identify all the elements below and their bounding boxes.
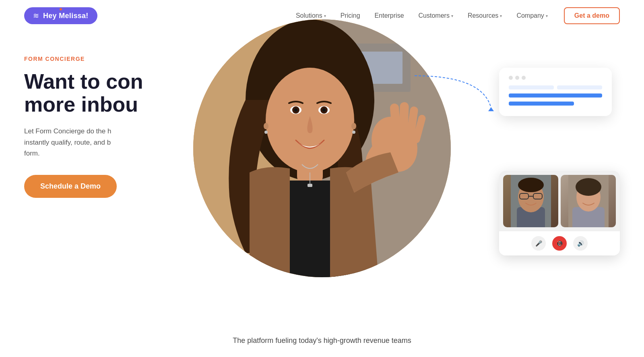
hero-subtext-line2: instantly qualify, route, and b bbox=[24, 139, 111, 146]
person2-avatar bbox=[568, 175, 609, 227]
dashed-arrow bbox=[411, 72, 499, 114]
video-controls: 🎤 📵 🔊 bbox=[499, 231, 620, 255]
form-field-blue-1 bbox=[509, 93, 602, 98]
end-call-button[interactable]: 📵 bbox=[552, 236, 567, 251]
hero-circle-bg bbox=[193, 19, 451, 277]
nav-pricing-label: Pricing bbox=[341, 12, 360, 19]
video-person-1 bbox=[503, 175, 558, 227]
nav-item-pricing[interactable]: Pricing bbox=[341, 12, 360, 19]
hero-subtext: Let Form Concierge do the h instantly qu… bbox=[24, 126, 143, 159]
nav-links: Solutions ▾ Pricing Enterprise Customers… bbox=[296, 12, 548, 19]
svg-point-13 bbox=[264, 123, 268, 129]
chevron-down-icon-resources: ▾ bbox=[500, 14, 502, 18]
hero-text: FORM CONCIERGE Want to con more inbou Le… bbox=[24, 56, 143, 198]
speaker-button[interactable]: 🔊 bbox=[573, 236, 588, 251]
nav-company-label: Company bbox=[516, 12, 544, 19]
hero-image bbox=[193, 19, 451, 277]
dashed-arrow-svg bbox=[411, 72, 499, 112]
nav-item-customers[interactable]: Customers ▾ bbox=[419, 12, 453, 19]
orange-dot bbox=[60, 8, 62, 10]
hero-subtext-line3: form. bbox=[24, 149, 40, 157]
form-row-1 bbox=[509, 85, 602, 89]
nav-customers-label: Customers bbox=[419, 12, 450, 19]
dot-3 bbox=[522, 76, 526, 80]
svg-point-15 bbox=[351, 123, 356, 129]
chevron-down-icon: ▾ bbox=[324, 14, 326, 18]
svg-point-12 bbox=[322, 108, 326, 112]
hero-heading-line2: more inbou bbox=[24, 93, 138, 116]
get-demo-button[interactable]: Get a demo bbox=[564, 7, 620, 24]
nav-links-container: Solutions ▾ Pricing Enterprise Customers… bbox=[296, 7, 620, 24]
hero-section: FORM CONCIERGE Want to con more inbou Le… bbox=[0, 31, 644, 356]
nav-solutions-label: Solutions bbox=[296, 12, 322, 19]
hero-subtext-line1: Let Form Concierge do the h bbox=[24, 127, 111, 135]
svg-point-9 bbox=[294, 108, 297, 112]
dot-1 bbox=[509, 76, 513, 80]
nav-item-resources[interactable]: Resources ▾ bbox=[468, 12, 502, 19]
svg-point-32 bbox=[518, 178, 544, 192]
logo-text: Hey Melissa! bbox=[43, 12, 89, 20]
form-widget bbox=[499, 68, 612, 116]
form-widget-header bbox=[509, 76, 602, 80]
nav-logo[interactable]: ≋ Hey Melissa! bbox=[24, 7, 97, 24]
form-field-2 bbox=[557, 85, 602, 89]
widget-area: 🎤 📵 🔊 bbox=[499, 64, 620, 255]
svg-marker-25 bbox=[488, 107, 494, 111]
nav-item-company[interactable]: Company ▾ bbox=[516, 12, 547, 19]
chevron-down-icon-customers: ▾ bbox=[451, 14, 453, 18]
svg-point-36 bbox=[576, 178, 601, 196]
hero-heading-line1: Want to con bbox=[24, 70, 143, 93]
svg-point-16 bbox=[352, 131, 355, 134]
navbar: ≋ Hey Melissa! Solutions ▾ Pricing Enter… bbox=[0, 0, 644, 31]
dot-2 bbox=[515, 76, 519, 80]
nav-enterprise-label: Enterprise bbox=[375, 12, 404, 19]
nav-item-enterprise[interactable]: Enterprise bbox=[375, 12, 404, 19]
hero-heading: Want to con more inbou bbox=[24, 70, 143, 116]
person1-avatar bbox=[511, 175, 551, 227]
form-field-blue-2 bbox=[509, 102, 574, 106]
svg-point-14 bbox=[264, 131, 268, 134]
video-person-2 bbox=[561, 175, 616, 227]
form-field-1 bbox=[509, 85, 554, 89]
hero-circle bbox=[193, 19, 451, 277]
video-grid bbox=[499, 171, 620, 231]
svg-rect-18 bbox=[308, 184, 312, 187]
schedule-demo-button[interactable]: Schedule a Demo bbox=[24, 175, 117, 198]
mute-button[interactable]: 🎤 bbox=[531, 236, 546, 251]
nav-resources-label: Resources bbox=[468, 12, 498, 19]
hero-label: FORM CONCIERGE bbox=[24, 56, 143, 62]
video-call-widget: 🎤 📵 🔊 bbox=[499, 171, 620, 255]
nav-item-solutions[interactable]: Solutions ▾ bbox=[296, 12, 326, 19]
bottom-caption: The platform fueling today's high-growth… bbox=[233, 336, 411, 345]
chevron-down-icon-company: ▾ bbox=[546, 14, 548, 18]
waveform-icon: ≋ bbox=[33, 11, 39, 20]
